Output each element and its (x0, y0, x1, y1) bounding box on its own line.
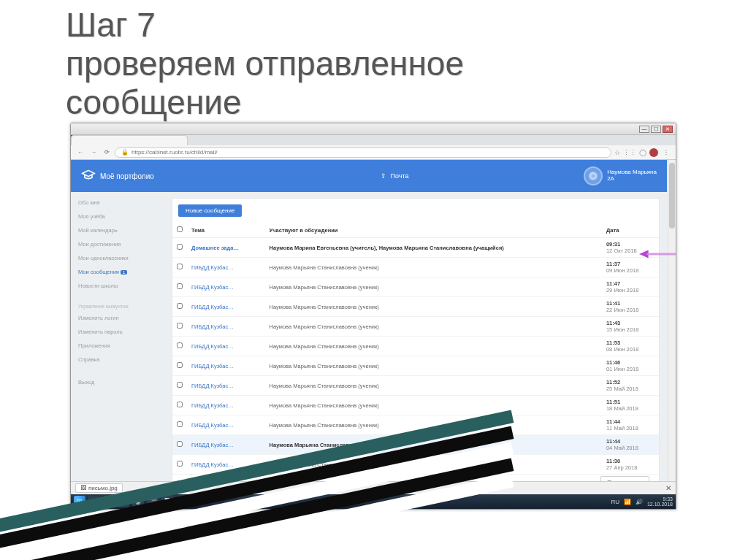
row-checkbox[interactable] (177, 441, 183, 447)
sidebar-item[interactable]: Мои сообщения1 (78, 267, 166, 277)
row-topic: ГИБДД Кузбас… (187, 396, 265, 415)
browser-tab[interactable] (71, 135, 188, 145)
sidebar-item[interactable]: Мои достижения (78, 239, 166, 249)
row-topic: ГИБДД Кузбас… (187, 415, 265, 435)
lock-icon: 🔒 (121, 149, 129, 156)
row-participants: Наумова Марьяна Станиславовна (ученик) (265, 455, 602, 475)
sidebar-badge: 1 (121, 270, 127, 275)
tray-network-icon[interactable]: 📶 (624, 499, 631, 505)
profile-avatar-icon[interactable] (649, 148, 658, 157)
sidebar-item[interactable]: Изменить пароль (78, 327, 166, 337)
row-topic: ГИБДД Кузбас… (187, 317, 265, 337)
row-participants: Наумова Марьяна Станиславовна (ученик) (265, 415, 602, 435)
taskbar-app-icon[interactable]: 📞 (118, 496, 129, 507)
row-checkbox[interactable] (177, 323, 183, 329)
table-row[interactable]: ГИБДД Кузбас…Наумова Марьяна Станиславов… (172, 317, 659, 337)
sidebar-item[interactable]: Приложения (78, 341, 166, 350)
row-checkbox[interactable] (177, 461, 183, 467)
title-line3: сообщение (66, 83, 719, 122)
row-checkbox[interactable] (177, 362, 183, 368)
slide-title: Шаг 7 проверяем отправленное сообщение (66, 6, 719, 122)
sidebar-item[interactable]: Новости школы (78, 281, 166, 291)
sidebar-logout[interactable]: Выход (78, 377, 166, 387)
row-participants: Наумова Марьяна Станиславовна (ученик) (265, 258, 602, 277)
brand-label: Моё портфолио (100, 172, 154, 180)
row-participants: Наумова Марьяна Станиславовна (ученик) (265, 297, 602, 317)
row-topic: Домашнее зада… (187, 238, 265, 258)
new-message-button[interactable]: Новое сообщение (178, 204, 242, 217)
window-close-button[interactable]: ✕ (663, 126, 673, 133)
row-checkbox[interactable] (177, 283, 183, 289)
table-row[interactable]: ГИБДД Кузбас…Наумова Марьяна Станиславов… (172, 435, 659, 455)
header-mail-tab[interactable]: ⇪ Почта (205, 172, 584, 180)
taskbar-app-icon[interactable]: 🎬 (147, 496, 159, 507)
menu-icon[interactable]: ⋮ (661, 147, 671, 158)
image-file-icon: 🖼 (80, 485, 86, 491)
row-checkbox[interactable] (177, 264, 183, 269)
table-row[interactable]: Домашнее зада…Наумова Марина Евгеньевна … (172, 238, 659, 258)
extension-icon[interactable]: ◯ (639, 149, 646, 156)
row-topic: ГИБДД Кузбас… (187, 258, 265, 277)
star-icon[interactable]: ☆ (614, 149, 620, 156)
nav-forward-button[interactable]: → (88, 147, 99, 158)
window-maximize-button[interactable]: ☐ (651, 126, 661, 133)
taskbar-app-icon[interactable]: 📁 (103, 496, 115, 507)
table-row[interactable]: ГИБДД Кузбас…Наумова Марьяна Станиславов… (172, 376, 659, 396)
row-checkbox[interactable] (177, 303, 183, 309)
row-checkbox[interactable] (177, 244, 183, 250)
table-row[interactable]: ГИБДД Кузбас…Наумова Марьяна Станиславов… (172, 337, 659, 356)
table-row[interactable]: ГИБДД Кузбас…Наумова Марьяна Станиславов… (172, 356, 659, 376)
downloaded-file-chip[interactable]: 🖼 письмо.jpg (75, 483, 123, 493)
row-topic: ГИБДД Кузбас… (187, 297, 265, 317)
row-checkbox[interactable] (177, 342, 183, 348)
row-date: 11:4411 Май 2018 (602, 415, 659, 435)
sidebar-item[interactable]: Справка (78, 355, 166, 364)
start-button[interactable]: ⊞ (74, 496, 85, 507)
table-row[interactable]: ГИБДД Кузбас…Наумова Марьяна Станиславов… (172, 297, 659, 317)
table-row[interactable]: ГИБДД Кузбас…Наумова Марьяна Станиславов… (172, 415, 659, 435)
sidebar-item[interactable]: Обо мне (78, 198, 166, 207)
nav-reload-button[interactable]: ⟳ (102, 147, 112, 158)
row-topic: ГИБДД Кузбас… (187, 435, 265, 455)
table-row[interactable]: ГИБДД Кузбас…Наумова Марьяна Станиславов… (172, 396, 659, 415)
sidebar-item[interactable]: Моя учёба (78, 212, 166, 221)
brand[interactable]: Моё портфолио (81, 168, 205, 184)
download-filename: письмо.jpg (88, 485, 118, 491)
address-bar[interactable]: 🔒 https://cabinet.ruobr.ru/child/mail/ (115, 147, 611, 158)
row-date: 11:4404 Май 2018 (602, 435, 659, 455)
taskbar-chrome-icon[interactable]: ◉ (132, 496, 144, 507)
col-topic: Тема (187, 223, 265, 238)
tray-sound-icon[interactable]: 🔊 (636, 499, 643, 505)
row-checkbox[interactable] (177, 421, 183, 427)
download-shelf-close-icon[interactable]: ✕ (665, 484, 671, 492)
header-user-block[interactable]: Наумова Марьяна 2А (584, 166, 657, 185)
row-date: 11:3027 Апр 2018 (602, 455, 659, 475)
row-checkbox[interactable] (177, 402, 183, 407)
scrollbar-thumb[interactable] (669, 163, 675, 229)
toolbar-right-icons: ☆ ⋮⋮ ◯ (614, 149, 646, 156)
url-text: https://cabinet.ruobr.ru/child/mail/ (131, 149, 217, 156)
tray-time: 9:33 (663, 496, 673, 502)
table-row[interactable]: ГИБДД Кузбас…Наумова Марьяна Станиславов… (172, 258, 659, 277)
download-shelf: 🖼 письмо.jpg ✕ (71, 481, 676, 494)
row-checkbox[interactable] (177, 382, 183, 388)
table-row[interactable]: ГИБДД Кузбас…Наумова Марьяна Станиславов… (172, 455, 659, 475)
window-minimize-button[interactable]: — (639, 126, 649, 133)
taskbar-app-icon[interactable]: ✿ (88, 496, 100, 507)
share-icon: ⇪ (381, 172, 386, 180)
sidebar-item[interactable]: Мой календарь (78, 226, 166, 235)
table-row[interactable]: ГИБДД Кузбас…Наумова Марьяна Станиславов… (172, 277, 659, 297)
page-scrollbar[interactable] (668, 160, 676, 494)
nav-back-button[interactable]: ← (75, 147, 85, 158)
messages-table: Тема Участвуют в обсуждении Дата Домашне… (172, 223, 659, 494)
tray-clock[interactable]: 9:33 12.10.2018 (647, 496, 673, 507)
select-all-checkbox[interactable] (177, 226, 183, 232)
sidebar-item[interactable]: Мои одноклассники (78, 253, 166, 263)
sidebar-nav: Обо мнеМоя учёбаМой календарьМои достиже… (78, 198, 166, 387)
taskbar-app-icon[interactable]: 📄 (161, 496, 173, 507)
row-participants: Наумова Марьяна Станиславовна (ученик) (265, 376, 602, 396)
row-date: 11:4601 Июн 2018 (602, 356, 659, 376)
extensions-icon[interactable]: ⋮⋮ (623, 149, 636, 156)
sidebar-item[interactable]: Изменить логин (78, 313, 166, 323)
tray-lang[interactable]: RU (611, 499, 619, 505)
